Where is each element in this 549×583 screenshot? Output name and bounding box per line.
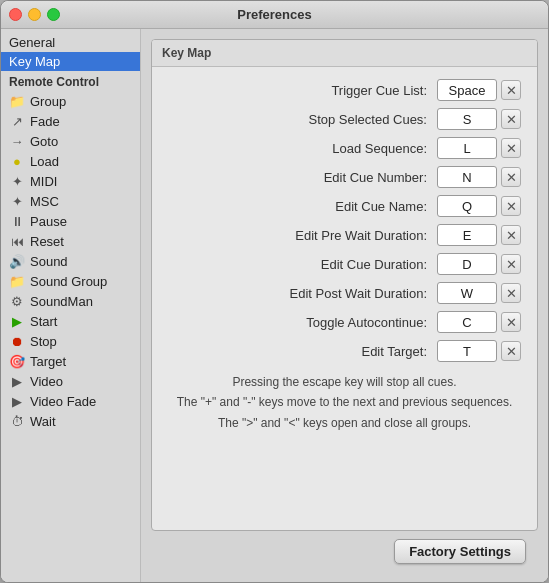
folder-icon: 📁 [9, 93, 25, 109]
sidebar-item-msc[interactable]: ✦ MSC [1, 191, 140, 211]
sidebar-label-stop: Stop [30, 334, 57, 349]
sidebar-item-reset[interactable]: ⏮ Reset [1, 231, 140, 251]
panel-body: Trigger Cue List: ✕ Stop Selected Cues: … [152, 67, 537, 530]
sidebar-section-remote: Remote Control [1, 71, 140, 91]
input-trigger-cue-list[interactable] [437, 79, 497, 101]
sidebar-item-keymap[interactable]: Key Map [1, 52, 140, 71]
input-edit-cue-name[interactable] [437, 195, 497, 217]
goto-icon: → [9, 133, 25, 149]
sidebar-item-stop[interactable]: ⏺ Stop [1, 331, 140, 351]
row-edit-cue-number: Edit Cue Number: ✕ [168, 166, 521, 188]
maximize-button[interactable] [47, 8, 60, 21]
sidebar-item-load[interactable]: ● Load [1, 151, 140, 171]
soundgroup-icon: 📁 [9, 273, 25, 289]
info-text: Pressing the escape key will stop all cu… [168, 372, 521, 433]
sidebar-item-group[interactable]: 📁 Group [1, 91, 140, 111]
label-edit-cue-name: Edit Cue Name: [168, 199, 437, 214]
sidebar-item-pause[interactable]: ⏸ Pause [1, 211, 140, 231]
sidebar-label-msc: MSC [30, 194, 59, 209]
sidebar: General Key Map Remote Control 📁 Group ↗… [1, 29, 141, 582]
window-title: Preferences [237, 7, 311, 22]
start-icon: ▶ [9, 313, 25, 329]
input-group-load-sequence: ✕ [437, 137, 521, 159]
clear-toggle-autocontinue[interactable]: ✕ [501, 312, 521, 332]
sidebar-label-videofade: Video Fade [30, 394, 96, 409]
sidebar-label-general: General [9, 35, 55, 50]
sidebar-item-goto[interactable]: → Goto [1, 131, 140, 151]
label-edit-cue-duration: Edit Cue Duration: [168, 257, 437, 272]
sidebar-item-fade[interactable]: ↗ Fade [1, 111, 140, 131]
traffic-lights [9, 8, 60, 21]
clear-edit-post-wait[interactable]: ✕ [501, 283, 521, 303]
fade-icon: ↗ [9, 113, 25, 129]
soundman-icon: ⚙ [9, 293, 25, 309]
input-stop-selected[interactable] [437, 108, 497, 130]
sidebar-item-soundman[interactable]: ⚙ SoundMan [1, 291, 140, 311]
wait-icon: ⏱ [9, 413, 25, 429]
sidebar-item-sound[interactable]: 🔊 Sound [1, 251, 140, 271]
input-group-edit-cue-duration: ✕ [437, 253, 521, 275]
sidebar-item-videofade[interactable]: ▶ Video Fade [1, 391, 140, 411]
sidebar-label-load: Load [30, 154, 59, 169]
input-edit-post-wait[interactable] [437, 282, 497, 304]
preferences-window: Preferences General Key Map Remote Contr… [0, 0, 549, 583]
input-edit-cue-number[interactable] [437, 166, 497, 188]
panel-header: Key Map [152, 40, 537, 67]
row-load-sequence: Load Sequence: ✕ [168, 137, 521, 159]
label-edit-post-wait: Edit Post Wait Duration: [168, 286, 437, 301]
videofade-icon: ▶ [9, 393, 25, 409]
info-line-1: Pressing the escape key will stop all cu… [168, 372, 521, 392]
sidebar-label-group: Group [30, 94, 66, 109]
clear-stop-selected[interactable]: ✕ [501, 109, 521, 129]
sidebar-item-general[interactable]: General [1, 33, 140, 52]
input-group-edit-pre-wait: ✕ [437, 224, 521, 246]
sidebar-label-soundman: SoundMan [30, 294, 93, 309]
sidebar-item-wait[interactable]: ⏱ Wait [1, 411, 140, 431]
sidebar-item-soundgroup[interactable]: 📁 Sound Group [1, 271, 140, 291]
input-edit-pre-wait[interactable] [437, 224, 497, 246]
label-toggle-autocontinue: Toggle Autocontinue: [168, 315, 437, 330]
clear-load-sequence[interactable]: ✕ [501, 138, 521, 158]
input-load-sequence[interactable] [437, 137, 497, 159]
row-edit-cue-name: Edit Cue Name: ✕ [168, 195, 521, 217]
row-trigger-cue-list: Trigger Cue List: ✕ [168, 79, 521, 101]
sidebar-label-reset: Reset [30, 234, 64, 249]
label-trigger-cue-list: Trigger Cue List: [168, 83, 437, 98]
sidebar-item-video[interactable]: ▶ Video [1, 371, 140, 391]
bottom-bar: Factory Settings [151, 531, 538, 572]
input-group-trigger-cue-list: ✕ [437, 79, 521, 101]
row-edit-target: Edit Target: ✕ [168, 340, 521, 362]
content-area: General Key Map Remote Control 📁 Group ↗… [1, 29, 548, 582]
stop-icon: ⏺ [9, 333, 25, 349]
sidebar-item-midi[interactable]: ✦ MIDI [1, 171, 140, 191]
sidebar-label-fade: Fade [30, 114, 60, 129]
input-edit-target[interactable] [437, 340, 497, 362]
label-load-sequence: Load Sequence: [168, 141, 437, 156]
sidebar-label-target: Target [30, 354, 66, 369]
msc-icon: ✦ [9, 193, 25, 209]
input-toggle-autocontinue[interactable] [437, 311, 497, 333]
close-button[interactable] [9, 8, 22, 21]
sidebar-label-keymap: Key Map [9, 54, 60, 69]
reset-icon: ⏮ [9, 233, 25, 249]
clear-edit-cue-duration[interactable]: ✕ [501, 254, 521, 274]
label-edit-cue-number: Edit Cue Number: [168, 170, 437, 185]
input-edit-cue-duration[interactable] [437, 253, 497, 275]
title-bar: Preferences [1, 1, 548, 29]
minimize-button[interactable] [28, 8, 41, 21]
sidebar-item-start[interactable]: ▶ Start [1, 311, 140, 331]
midi-icon: ✦ [9, 173, 25, 189]
sidebar-label-video: Video [30, 374, 63, 389]
clear-edit-cue-name[interactable]: ✕ [501, 196, 521, 216]
clear-trigger-cue-list[interactable]: ✕ [501, 80, 521, 100]
input-group-edit-cue-name: ✕ [437, 195, 521, 217]
clear-edit-pre-wait[interactable]: ✕ [501, 225, 521, 245]
sidebar-label-start: Start [30, 314, 57, 329]
factory-settings-button[interactable]: Factory Settings [394, 539, 526, 564]
clear-edit-cue-number[interactable]: ✕ [501, 167, 521, 187]
sidebar-label-wait: Wait [30, 414, 56, 429]
input-group-edit-post-wait: ✕ [437, 282, 521, 304]
clear-edit-target[interactable]: ✕ [501, 341, 521, 361]
sidebar-item-target[interactable]: 🎯 Target [1, 351, 140, 371]
input-group-edit-target: ✕ [437, 340, 521, 362]
